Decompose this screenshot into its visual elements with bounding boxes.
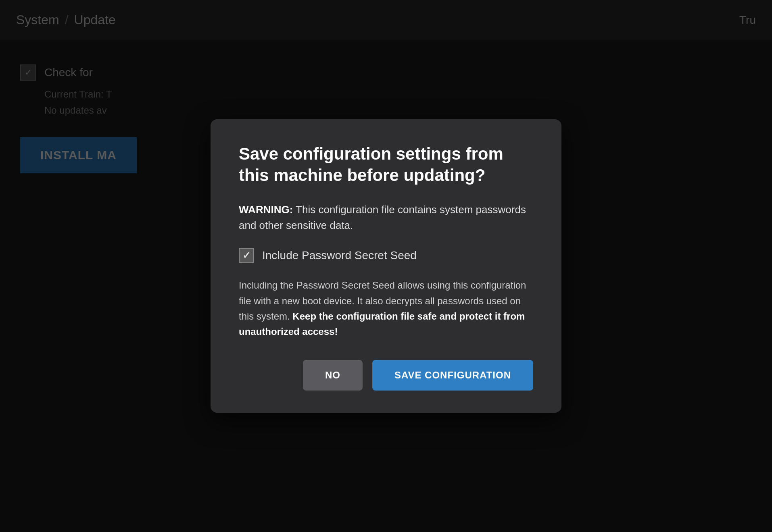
save-configuration-button[interactable]: SAVE CONFIGURATION: [372, 360, 533, 391]
no-button[interactable]: NO: [303, 360, 363, 391]
modal-dialog: Save configuration settings from this ma…: [211, 119, 561, 413]
modal-description: Including the Password Secret Seed allow…: [239, 278, 533, 340]
checkbox-row[interactable]: Include Password Secret Seed: [239, 248, 533, 263]
modal-overlay: Save configuration settings from this ma…: [0, 0, 772, 532]
warning-prefix: WARNING:: [239, 204, 293, 216]
modal-title: Save configuration settings from this ma…: [239, 143, 533, 186]
checkbox-label: Include Password Secret Seed: [262, 249, 417, 262]
modal-buttons: NO SAVE CONFIGURATION: [239, 360, 533, 391]
include-seed-checkbox[interactable]: [239, 248, 254, 263]
modal-warning: WARNING: This configuration file contain…: [239, 202, 533, 233]
